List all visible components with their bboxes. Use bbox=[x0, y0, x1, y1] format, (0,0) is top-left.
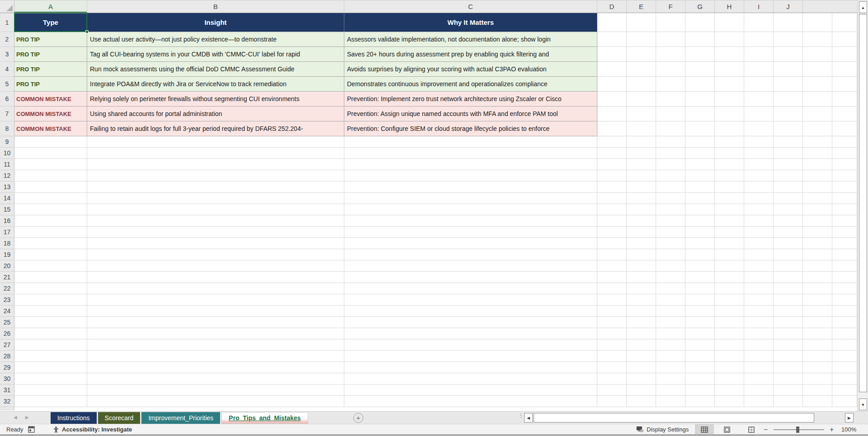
cell-ghost-1-4[interactable] bbox=[832, 62, 857, 77]
cell-G17[interactable] bbox=[685, 227, 715, 238]
cell-G30[interactable] bbox=[685, 373, 715, 385]
cell-G4[interactable] bbox=[685, 62, 715, 77]
cell-D5[interactable] bbox=[597, 77, 627, 92]
cell-H2[interactable] bbox=[715, 32, 744, 47]
cell-E4[interactable] bbox=[627, 62, 656, 77]
cell-H19[interactable] bbox=[715, 249, 744, 260]
cell-J5[interactable] bbox=[774, 77, 803, 92]
row-header-25[interactable]: 25 bbox=[0, 317, 14, 328]
cell-C11[interactable] bbox=[344, 159, 597, 170]
cell-H11[interactable] bbox=[715, 159, 744, 170]
cell-D10[interactable] bbox=[597, 148, 627, 159]
cell-J7[interactable] bbox=[774, 107, 803, 121]
view-page-break-icon[interactable] bbox=[744, 424, 759, 435]
cell-A21[interactable] bbox=[14, 272, 87, 283]
cell-C2[interactable]: Assessors validate implementation, not d… bbox=[344, 32, 597, 47]
cell-A22[interactable] bbox=[14, 283, 87, 294]
cell-E19[interactable] bbox=[627, 249, 656, 260]
cell-ghost-1-12[interactable] bbox=[832, 170, 857, 181]
cell-F24[interactable] bbox=[656, 306, 685, 317]
cell-D4[interactable] bbox=[597, 62, 627, 77]
cell-F29[interactable] bbox=[656, 362, 685, 373]
cell-A23[interactable] bbox=[14, 294, 87, 306]
cell-F28[interactable] bbox=[656, 351, 685, 362]
cell-A12[interactable] bbox=[14, 170, 87, 181]
view-normal-icon[interactable] bbox=[695, 424, 714, 435]
cell-ghost-1-19[interactable] bbox=[832, 249, 857, 260]
row-header-7[interactable]: 7 bbox=[0, 107, 14, 121]
hscroll-thumb[interactable] bbox=[534, 413, 814, 422]
cell-I28[interactable] bbox=[744, 351, 774, 362]
row-header-2[interactable]: 2 bbox=[0, 32, 14, 47]
cell-B26[interactable] bbox=[87, 328, 344, 339]
cell-E29[interactable] bbox=[627, 362, 656, 373]
cell-H4[interactable] bbox=[715, 62, 744, 77]
vertical-scrollbar[interactable]: ▲ ▼ bbox=[857, 0, 868, 411]
cell-G26[interactable] bbox=[685, 328, 715, 339]
cell-ghost-1-25[interactable] bbox=[832, 317, 857, 328]
cell-J26[interactable] bbox=[774, 328, 803, 339]
cell-D16[interactable] bbox=[597, 215, 627, 227]
cell-E21[interactable] bbox=[627, 272, 656, 283]
cell-ghost-1-8[interactable] bbox=[832, 121, 857, 136]
cell-H22[interactable] bbox=[715, 283, 744, 294]
row-header-23[interactable]: 23 bbox=[0, 294, 14, 306]
cell-D15[interactable] bbox=[597, 204, 627, 215]
cell-C27[interactable] bbox=[344, 339, 597, 351]
cell-A32[interactable] bbox=[14, 396, 87, 407]
cell-C9[interactable] bbox=[344, 136, 597, 148]
cell-F30[interactable] bbox=[656, 373, 685, 385]
cell-J32[interactable] bbox=[774, 396, 803, 407]
cell-J20[interactable] bbox=[774, 260, 803, 272]
row-header-26[interactable]: 26 bbox=[0, 328, 14, 339]
cell-B22[interactable] bbox=[87, 283, 344, 294]
cell-B29[interactable] bbox=[87, 362, 344, 373]
cell-E17[interactable] bbox=[627, 227, 656, 238]
cell-D22[interactable] bbox=[597, 283, 627, 294]
cell-B9[interactable] bbox=[87, 136, 344, 148]
cell-ghost-0-10[interactable] bbox=[803, 148, 832, 159]
cell-H20[interactable] bbox=[715, 260, 744, 272]
cell-B6[interactable]: Relying solely on perimeter firewalls wi… bbox=[87, 92, 344, 107]
cell-B2[interactable]: Use actual user activity—not just policy… bbox=[87, 32, 344, 47]
cell-A14[interactable] bbox=[14, 193, 87, 204]
row-header-5[interactable]: 5 bbox=[0, 77, 14, 92]
cell-J8[interactable] bbox=[774, 121, 803, 136]
cell-H12[interactable] bbox=[715, 170, 744, 181]
cell-I2[interactable] bbox=[744, 32, 774, 47]
cell-ghost-0-7[interactable] bbox=[803, 107, 832, 121]
cell-F20[interactable] bbox=[656, 260, 685, 272]
cell-A9[interactable] bbox=[14, 136, 87, 148]
vscroll-thumb[interactable] bbox=[859, 14, 867, 392]
cell-F7[interactable] bbox=[656, 107, 685, 121]
cell-H32[interactable] bbox=[715, 396, 744, 407]
cell-F21[interactable] bbox=[656, 272, 685, 283]
cell-G16[interactable] bbox=[685, 215, 715, 227]
cell-G27[interactable] bbox=[685, 339, 715, 351]
cell-E10[interactable] bbox=[627, 148, 656, 159]
cell-ghost-1-16[interactable] bbox=[832, 215, 857, 227]
row-header-13[interactable]: 13 bbox=[0, 181, 14, 193]
cell-E15[interactable] bbox=[627, 204, 656, 215]
cell-H16[interactable] bbox=[715, 215, 744, 227]
cell-I7[interactable] bbox=[744, 107, 774, 121]
cell-B32[interactable] bbox=[87, 396, 344, 407]
cell-J14[interactable] bbox=[774, 193, 803, 204]
cell-C7[interactable]: Prevention: Assign unique named accounts… bbox=[344, 107, 597, 121]
cell-I23[interactable] bbox=[744, 294, 774, 306]
cell-D12[interactable] bbox=[597, 170, 627, 181]
tab-nav-right-icon[interactable]: ▶ bbox=[25, 415, 29, 420]
col-header-B[interactable]: B bbox=[87, 0, 344, 13]
cell-B1[interactable]: Insight bbox=[87, 13, 344, 32]
cell-ghost-1-21[interactable] bbox=[832, 272, 857, 283]
cell-J29[interactable] bbox=[774, 362, 803, 373]
cell-C23[interactable] bbox=[344, 294, 597, 306]
cell-J2[interactable] bbox=[774, 32, 803, 47]
cell-J15[interactable] bbox=[774, 204, 803, 215]
vscroll-up-icon[interactable]: ▲ bbox=[859, 1, 867, 13]
cell-I17[interactable] bbox=[744, 227, 774, 238]
cell-E14[interactable] bbox=[627, 193, 656, 204]
cell-A25[interactable] bbox=[14, 317, 87, 328]
cell-ghost-1-26[interactable] bbox=[832, 328, 857, 339]
cell-D21[interactable] bbox=[597, 272, 627, 283]
